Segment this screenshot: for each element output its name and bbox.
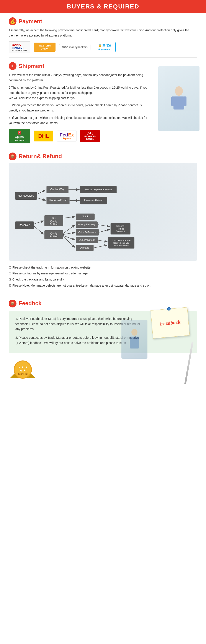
return-refund-section: 📦 Return& Refund Not Received On the Way… bbox=[0, 148, 206, 295]
svg-rect-14 bbox=[44, 230, 63, 239]
received-lost-label: Received/Lost bbox=[49, 199, 67, 202]
feedback-icon: 📦 bbox=[9, 300, 16, 308]
not-fit-label: Not fit bbox=[82, 215, 89, 218]
received-refund-label: Received/Refund bbox=[84, 199, 103, 202]
payment-icon: 💰 bbox=[9, 18, 16, 25]
svg-text:coild also tell us: coild also tell us bbox=[114, 244, 129, 246]
dhl-logo: DHL bbox=[34, 130, 53, 142]
svg-line-35 bbox=[63, 232, 76, 234]
moneybookers-logo: ⊙⊙⊙ moneybookers bbox=[59, 44, 91, 50]
wrong-delivery-label: Wrong Delivery bbox=[78, 223, 95, 226]
page-title: BUYERS & REQUIRED bbox=[0, 3, 206, 10]
on-the-way-label: On the Way bbox=[50, 188, 65, 191]
color-difference-label: Color Difference bbox=[78, 231, 96, 233]
svg-line-34 bbox=[63, 224, 76, 233]
svg-text:★ ★ ★: ★ ★ ★ bbox=[18, 365, 28, 369]
payment-logos: BANK TRANSFER INTERNATIONAL WESTERNUNION… bbox=[9, 41, 197, 53]
svg-point-0 bbox=[175, 86, 183, 96]
shipment-image bbox=[158, 66, 200, 131]
received-label: Received bbox=[19, 224, 30, 226]
note-4: ④ Please Note: Men made defects are not … bbox=[9, 283, 197, 288]
svg-text:Your Text: Your Text bbox=[18, 372, 27, 375]
svg-line-38 bbox=[98, 224, 110, 226]
svg-point-42 bbox=[131, 329, 137, 336]
svg-rect-1 bbox=[174, 96, 184, 110]
svg-text:requirements you: requirements you bbox=[113, 242, 129, 244]
note-1: ① Please check the tracking in formation… bbox=[9, 265, 197, 270]
sf-express-logo: (SF) EXPRESS 顺丰速运 bbox=[80, 130, 100, 142]
shipment-wrapper: 1. We will sent the items within 2-5days… bbox=[9, 72, 197, 126]
svg-line-27 bbox=[37, 190, 46, 194]
feedback-title: 📦 Feedbck bbox=[9, 300, 197, 308]
page-header: BUYERS & REQUIRED bbox=[0, 0, 206, 13]
feedback-heading: Feedbck bbox=[19, 300, 42, 307]
svg-line-36 bbox=[63, 236, 76, 240]
payment-section: 💰 Payment 1.Generally, we accept the fol… bbox=[0, 13, 206, 57]
svg-text:Refund: Refund bbox=[117, 227, 124, 230]
please-wait-label: Please be patient to wait bbox=[85, 188, 112, 190]
svg-text:Problem: Problem bbox=[49, 235, 58, 238]
return-refund-heading: Return& Refund bbox=[19, 153, 62, 160]
if-else-label: If you have any else bbox=[112, 239, 130, 241]
svg-line-40 bbox=[98, 240, 108, 242]
feedback-sticky-note: Feedback bbox=[150, 307, 190, 341]
svg-line-33 bbox=[63, 216, 76, 218]
payment-title: 💰 Payment bbox=[9, 18, 197, 25]
svg-text:Problem: Problem bbox=[49, 223, 58, 225]
shipment-p4: 4. If you have not got it within the shi… bbox=[9, 115, 150, 126]
note-2: ② Please contact us by meesage, e-mail, … bbox=[9, 271, 197, 276]
note-3: ③ Check the package and Item, carefully. bbox=[9, 277, 197, 282]
svg-line-32 bbox=[34, 226, 44, 234]
shipment-icon: ✈ bbox=[9, 62, 16, 70]
resend-refund-label: Resend bbox=[116, 225, 124, 227]
flowchart-svg: Not Received On the Way Please be patien… bbox=[13, 170, 193, 253]
payment-paragraph: 1.Generally, we accept the following pay… bbox=[9, 28, 197, 38]
svg-line-28 bbox=[37, 198, 46, 200]
badge-container: ★ ★ ★ ★ ★ Your Text bbox=[9, 360, 37, 379]
svg-rect-43 bbox=[130, 336, 139, 348]
not-quality-label: Not bbox=[52, 217, 56, 220]
svg-text:★ ★: ★ ★ bbox=[19, 368, 26, 372]
damage-label: Damage bbox=[80, 246, 89, 249]
china-post-logo: 📮 中国邮政 CHINA POST bbox=[9, 129, 30, 144]
feedback-note-text: Feedback bbox=[160, 319, 181, 326]
shipment-p3: 3. When you receive the items you ordere… bbox=[9, 103, 150, 113]
svg-text:Quality: Quality bbox=[50, 220, 58, 222]
svg-line-37 bbox=[63, 236, 76, 248]
western-union-logo: WESTERNUNION bbox=[34, 42, 56, 52]
feedback-section: 📦 Feedbck Feedback 1. Positive Feedback … bbox=[0, 295, 206, 384]
shipment-section: ✈ Shipment 1. We will sent the items wit… bbox=[0, 58, 206, 148]
quality-defect-label: Quality Defect bbox=[79, 238, 95, 241]
feedback-wrapper: Feedback 1. Positive Feedback (5 Stars) … bbox=[9, 311, 197, 379]
svg-text:Discount: Discount bbox=[116, 230, 125, 233]
quality-problem-label: Quality bbox=[50, 232, 58, 235]
shipment-heading: Shipment bbox=[19, 63, 44, 70]
fedex-logo: FedEx Express bbox=[57, 130, 77, 142]
svg-line-39 bbox=[99, 229, 110, 232]
svg-rect-3 bbox=[183, 96, 187, 106]
payment-heading: Payment bbox=[19, 18, 42, 25]
not-received-label: Not Received bbox=[18, 194, 34, 197]
feedback-person-image bbox=[121, 320, 147, 359]
svg-line-31 bbox=[34, 220, 44, 224]
return-refund-title: 📦 Return& Refund bbox=[9, 152, 197, 160]
flowchart-wrapper: Not Received On the Way Please be patien… bbox=[9, 163, 197, 261]
svg-rect-2 bbox=[171, 96, 175, 106]
badge-svg: ★ ★ ★ ★ ★ Your Text bbox=[9, 360, 37, 379]
gold-badge: ★ ★ ★ ★ ★ Your Text bbox=[9, 360, 197, 379]
shipment-p2: 2.The shipment by China Post Registered … bbox=[9, 85, 150, 100]
alipay-logo: 🔒 支付宝Alipay.com bbox=[94, 42, 115, 52]
return-notes: ① Please check the tracking in formation… bbox=[9, 265, 197, 288]
return-icon: 📦 bbox=[9, 152, 16, 160]
shipment-p1: 1. We will sent the items within 2-5days… bbox=[9, 72, 150, 83]
svg-line-41 bbox=[94, 245, 108, 248]
bank-transfer-logo: BANK TRANSFER INTERNATIONAL bbox=[9, 41, 30, 53]
